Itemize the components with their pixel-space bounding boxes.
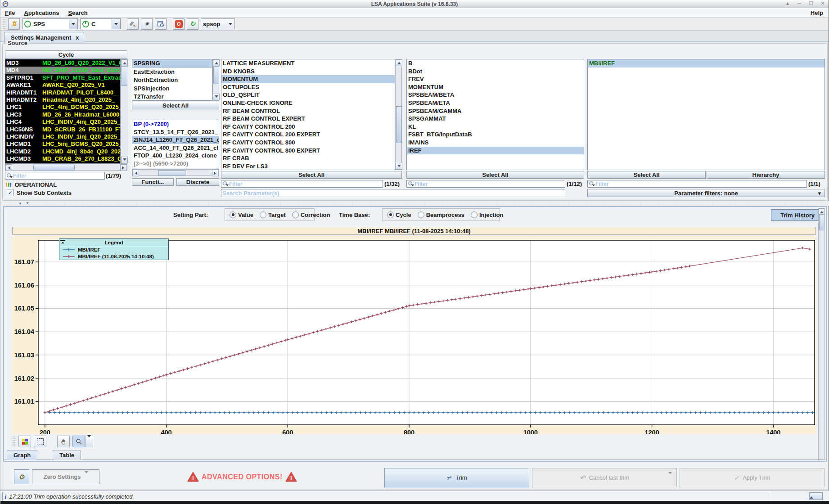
schedule-button[interactable] — [155, 18, 167, 30]
list-item[interactable]: BDot — [407, 68, 584, 76]
list-item[interactable]: RF CAVITY CONTROL 200 — [221, 123, 395, 131]
cancel-last-trim-button[interactable]: Cancel last trim — [532, 468, 677, 487]
machine-dropdown-arrow[interactable] — [69, 19, 77, 29]
chart-canvas[interactable]: 200400600800100012001400161.01161.02161.… — [12, 236, 816, 434]
list-item[interactable]: SPSBEAM/GAMMA — [407, 107, 584, 115]
chart-area[interactable]: 200400600800100012001400161.01161.02161.… — [12, 236, 816, 434]
list-item[interactable]: RF CAVITY CONTROL 800 EXPERT — [221, 147, 395, 155]
context-combobox[interactable]: C — [80, 18, 121, 29]
zoom-fit-button[interactable] — [34, 436, 46, 447]
user-dropdown-arrow[interactable] — [226, 19, 234, 29]
scroll-up-icon[interactable] — [121, 59, 128, 66]
list-item[interactable]: RF CAVITY CONTROL 800 — [221, 139, 395, 147]
expand-log-button[interactable] — [809, 492, 823, 500]
cycle-list[interactable]: MD3MD_26_L60_Q20_2022_V1_Clone MD4MD_SHi… — [5, 59, 121, 164]
list-item[interactable]: T2Transfer — [132, 93, 212, 101]
chart-legend[interactable]: Legend MBI/IREF MBI/IREF (11-08-2025 14:… — [59, 238, 169, 260]
discrete-button[interactable]: Discrete — [176, 178, 219, 186]
property-filter-input[interactable]: Filter — [406, 180, 565, 188]
search-parameters-input[interactable]: Search Parameter(s) — [221, 189, 565, 197]
radio-icon[interactable] — [260, 212, 266, 218]
beam-process-list[interactable]: BP (0->7200) STCY_13.5_14_FT_Q26_2021_ 2… — [132, 120, 219, 168]
list-item[interactable]: SPSBEAM/BETA — [407, 91, 584, 99]
hierarchy-button[interactable]: Hierarchy — [707, 171, 825, 179]
menu-file[interactable]: File — [5, 9, 15, 16]
legend-header[interactable]: Legend — [59, 239, 168, 246]
list-item-selected[interactable]: MOMENTUM — [221, 75, 395, 83]
cycle-filter-input[interactable]: Filter — [5, 172, 105, 180]
radio-icon[interactable] — [387, 212, 394, 218]
cycle-row[interactable]: LHCMD2LHCMD_4Inj_8b4e_Q20_202 — [5, 148, 120, 155]
main-vscrollbar[interactable] — [818, 208, 824, 460]
parameter-filters-dropdown-arrow[interactable]: ▾ — [818, 190, 821, 197]
list-item[interactable]: STCY_13.5_14_FT_Q26_2021_ — [132, 128, 219, 136]
property-select-all-button[interactable]: Select All — [406, 171, 584, 179]
list-item[interactable]: EastExtraction — [132, 68, 212, 76]
beam-process-hscrollbar[interactable] — [132, 169, 219, 176]
radio-icon[interactable] — [292, 212, 299, 218]
device-select-all-button[interactable]: Select All — [587, 171, 706, 179]
list-item[interactable]: FSBT_BTG/InputDataB — [407, 130, 584, 139]
cycle-row[interactable]: SFTPRO1SFT_PRO_MTE_East_Extrac — [5, 74, 120, 81]
menu-applications[interactable]: Applications — [24, 9, 59, 16]
cycle-row[interactable]: LHCMD1LHC_5inj_BCMS_Q20_2025_V — [5, 140, 120, 148]
cycle-row[interactable]: LHC1LHC_4Inj_BCMS_Q20_2025_V1 — [5, 104, 120, 111]
pan-button[interactable] — [57, 436, 70, 447]
machine-combobox[interactable]: SPS — [22, 18, 78, 29]
stop-button[interactable]: O — [173, 18, 185, 30]
toolbar-grip[interactable] — [2, 18, 6, 29]
cycle-header[interactable]: Cycle — [5, 50, 127, 59]
property-list[interactable]: B BDot FREV MOMENTUM SPSBEAM/BETA SPSBEA… — [406, 59, 584, 170]
list-item[interactable]: RF BEAM CONTROL — [221, 107, 395, 115]
radio-icon[interactable] — [471, 212, 478, 218]
cycle-row[interactable]: MD3MD_26_L60_Q20_2022_V1_Clone — [5, 59, 120, 67]
list-item[interactable]: FREV — [407, 75, 584, 83]
radio-icon[interactable] — [230, 212, 236, 218]
radio-injection[interactable]: Injection — [471, 212, 503, 218]
scroll-right-icon[interactable] — [120, 164, 127, 171]
list-item[interactable]: SPSInjection — [132, 85, 212, 93]
parameter-group-select-all-button[interactable]: Select All — [221, 171, 402, 179]
legend-collapse-icon[interactable] — [60, 240, 65, 244]
cycle-vscrollbar[interactable] — [121, 59, 127, 164]
cycle-row[interactable]: LHC50NSMD_SCRUB_26_FB11100_FT — [5, 126, 120, 133]
sync-button[interactable] — [8, 18, 20, 30]
cycle-row[interactable]: LHC3MD_26_26_Hiradmat_L6000_Q2 — [5, 111, 120, 118]
list-item-selected[interactable]: 2INJ14_L1260_FT_Q26_2021_c — [132, 136, 219, 144]
list-item[interactable]: RF CRAB — [221, 154, 395, 162]
cycle-row[interactable]: LHCMD3MD_CRAB_26_270_L8823_Q2 — [5, 155, 120, 162]
parameter-filters-bar[interactable]: Parameter filters: none ▾ — [587, 189, 825, 197]
list-item[interactable]: ACC_14_400_FT_Q26_2021_cl — [132, 144, 219, 152]
splitter-collapse-icon[interactable]: ▲ — [18, 201, 22, 205]
tab-graph[interactable]: Graph — [7, 450, 37, 460]
cycle-row[interactable]: LHCINDIVLHC_INDIV_1inj_Q20_2025_ — [5, 133, 120, 140]
cycle-row[interactable]: HIRADMT2Hiradmat_4Inj_Q20_2025_ — [5, 96, 120, 104]
edit-button[interactable] — [127, 18, 139, 30]
list-item[interactable]: SPSGAMMAT — [407, 115, 584, 123]
maximize-icon[interactable]: ☐ — [808, 0, 814, 6]
list-item[interactable]: ONLINE-CHECK IGNORE — [221, 99, 395, 107]
radio-beamprocess[interactable]: Beamprocess — [418, 212, 464, 218]
radio-icon[interactable] — [418, 212, 424, 218]
show-sub-contexts-row[interactable]: ✓ Show Sub Contexts — [7, 189, 72, 196]
list-item[interactable]: NorthExtraction — [132, 76, 212, 85]
list-item[interactable]: BP (0->7200) — [132, 120, 219, 128]
minimize-icon[interactable]: ─ — [796, 0, 802, 6]
menu-help[interactable]: Help — [811, 8, 823, 18]
list-item[interactable]: MD KNOBS — [221, 68, 395, 76]
cycle-row[interactable]: HIRADMT1HIRADMAT_PILOT_L8400_ — [5, 89, 120, 96]
list-item[interactable]: OCTUPOLES — [221, 83, 395, 91]
series-colors-button[interactable] — [18, 436, 31, 447]
show-sub-contexts-checkbox[interactable]: ✓ — [7, 189, 14, 196]
cycle-row[interactable]: LHC4LHC_INDIV_4inj_Q20_2025_V1 — [5, 118, 120, 126]
list-item[interactable]: FTOP_400_L1230_2024_clone — [132, 152, 219, 160]
chart-toolbar-grip[interactable] — [12, 436, 16, 447]
radio-value[interactable]: Value — [230, 212, 253, 218]
settings-button[interactable] — [141, 18, 153, 30]
radio-target[interactable]: Target — [260, 212, 286, 218]
apply-trim-button[interactable]: Apply Trim — [680, 468, 824, 487]
list-item[interactable]: LATTICE MEASUREMENT — [221, 59, 395, 68]
cycle-hscrollbar[interactable] — [5, 164, 127, 171]
shade-icon[interactable]: ▲ — [784, 0, 791, 6]
refresh-button[interactable] — [187, 18, 198, 30]
